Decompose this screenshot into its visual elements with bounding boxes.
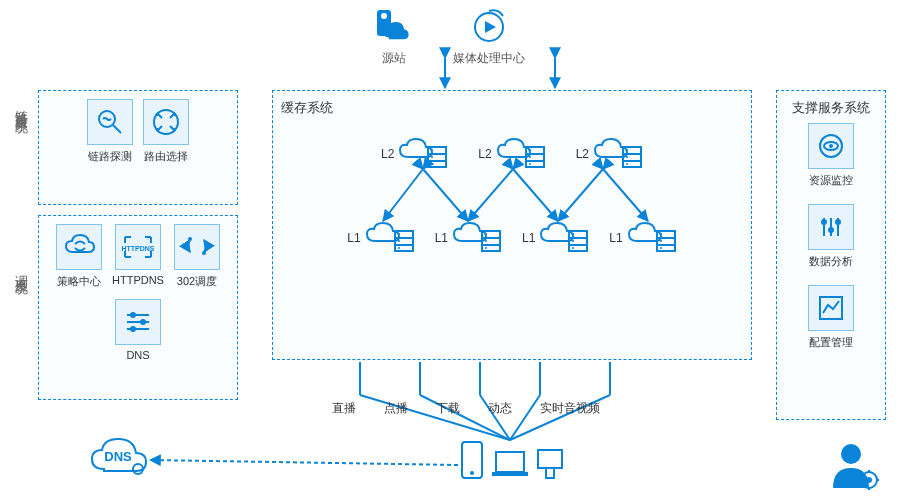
httpdns-icon: HTTPDNS (115, 224, 161, 270)
phone-icon (460, 440, 484, 480)
svg-rect-53 (492, 472, 528, 476)
top-row: 源站 媒体处理中心 (0, 8, 899, 67)
svg-point-13 (188, 237, 192, 241)
svg-line-10 (113, 125, 121, 133)
link-probe-item: 链路探测 (87, 99, 133, 164)
link-probe-icon (87, 99, 133, 145)
l1-row: L1 L1 L1 L1 (281, 221, 743, 255)
config-label: 配置管理 (809, 335, 853, 350)
link-probe-label: 链路探测 (88, 149, 132, 164)
svg-point-60 (866, 477, 872, 483)
route-select-label: 路由选择 (144, 149, 188, 164)
analytics-icon (808, 204, 854, 250)
302-item: 302调度 (174, 224, 220, 289)
monitor-label: 资源监控 (809, 173, 853, 188)
laptop-icon (490, 448, 530, 480)
dns-sliders-icon (115, 299, 161, 345)
monitor-item: 资源监控 (808, 123, 854, 188)
l1-server: L1 (347, 221, 414, 255)
strategy-icon (56, 224, 102, 270)
origin-icon (375, 8, 413, 46)
svg-point-58 (841, 444, 861, 464)
l1-server: L1 (435, 221, 502, 255)
services-row: 直播 点播 下载 动态 实时音视频 (332, 400, 600, 417)
link-quality-title: 链路质量系统 (12, 100, 30, 112)
svc-dynamic: 动态 (488, 400, 512, 417)
svg-point-18 (130, 312, 136, 318)
dns-item: DNS (115, 299, 161, 361)
httpdns-label: HTTPDNS (112, 274, 164, 286)
route-select-icon (143, 99, 189, 145)
l1-server: L1 (522, 221, 589, 255)
dispatch-panel: 策略中心 HTTPDNS HTTPDNS 302调度 DNS (38, 215, 238, 400)
svg-rect-54 (538, 450, 562, 468)
dns-cloud-icon: DNS (90, 435, 146, 475)
svg-line-49 (150, 460, 458, 465)
client-devices (460, 440, 564, 480)
httpdns-item: HTTPDNS HTTPDNS (112, 224, 164, 289)
media-center-label: 媒体处理中心 (453, 50, 525, 67)
svc-live: 直播 (332, 400, 356, 417)
strategy-item: 策略中心 (56, 224, 102, 289)
cache-title: 缓存系统 (281, 99, 743, 117)
desktop-icon (536, 448, 564, 480)
l2-row: L2 L2 L2 (281, 137, 743, 171)
svg-point-33 (821, 219, 827, 225)
media-center-icon (470, 8, 508, 46)
svg-point-35 (835, 219, 841, 225)
svc-download: 下载 (436, 400, 460, 417)
svg-point-19 (140, 319, 146, 325)
svg-point-14 (202, 251, 206, 255)
analytics-label: 数据分析 (809, 254, 853, 269)
svc-rtc: 实时音视频 (540, 400, 600, 417)
svg-rect-55 (546, 468, 554, 478)
svg-point-7 (381, 13, 387, 19)
l2-server: L2 (576, 137, 643, 171)
cache-panel: 缓存系统 L2 L2 L2 L1 L1 L1 L1 (272, 90, 752, 360)
svc-vod: 点播 (384, 400, 408, 417)
svg-line-23 (468, 169, 513, 221)
dns-label: DNS (126, 349, 149, 361)
svg-rect-52 (496, 452, 524, 472)
svg-point-34 (828, 227, 834, 233)
svg-text:DNS: DNS (104, 449, 132, 464)
svg-line-22 (423, 169, 468, 221)
user-admin-icon (829, 440, 879, 490)
support-title: 支撑服务系统 (785, 99, 877, 117)
svg-text:HTTPDNS: HTTPDNS (121, 245, 154, 252)
svg-line-21 (383, 169, 423, 221)
302-label: 302调度 (177, 274, 217, 289)
svg-point-29 (829, 144, 833, 148)
svg-line-24 (513, 169, 558, 221)
l1-server: L1 (609, 221, 676, 255)
route-select-item: 路由选择 (143, 99, 189, 164)
media-center: 媒体处理中心 (453, 8, 525, 67)
monitor-eye-icon (808, 123, 854, 169)
origin-label: 源站 (382, 50, 406, 67)
svg-line-25 (558, 169, 603, 221)
302-icon (174, 224, 220, 270)
config-chart-icon (808, 285, 854, 331)
l2-server: L2 (381, 137, 448, 171)
config-item: 配置管理 (808, 285, 854, 350)
support-panel: 支撑服务系统 资源监控 数据分析 配置管理 (776, 90, 886, 420)
analytics-item: 数据分析 (808, 204, 854, 269)
link-quality-panel: 链路探测 路由选择 (38, 90, 238, 205)
l2-server: L2 (478, 137, 545, 171)
svg-line-26 (603, 169, 648, 221)
origin-station: 源站 (375, 8, 413, 67)
dispatch-title: 调度系统 (12, 265, 30, 273)
svg-point-51 (470, 471, 474, 475)
svg-point-20 (130, 326, 136, 332)
strategy-label: 策略中心 (57, 274, 101, 289)
